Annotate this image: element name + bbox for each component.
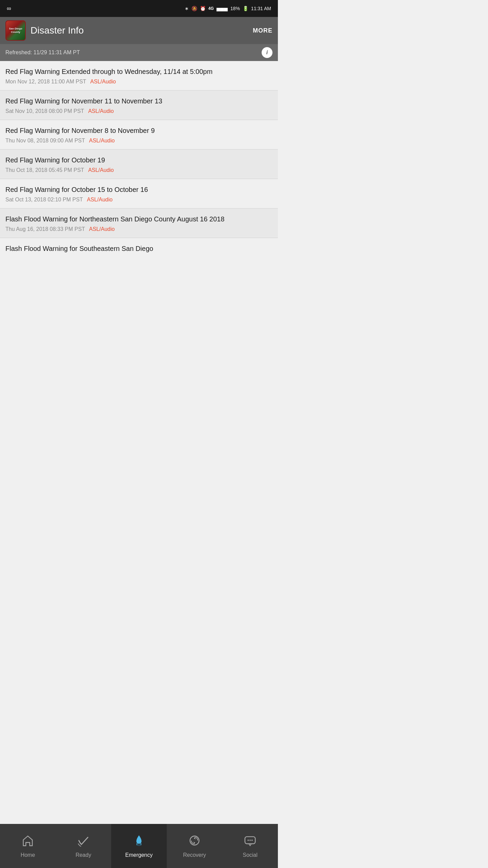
list-item[interactable]: Flash Flood Warning for Northeastern San… <box>0 209 278 238</box>
item-meta: Thu Aug 16, 2018 08:33 PM PST ASL/Audio <box>5 226 272 232</box>
item-asl[interactable]: ASL/Audio <box>90 79 116 85</box>
item-title: Red Flag Warning for November 11 to Nove… <box>5 97 272 105</box>
signal-icon: ▅▅▅ <box>217 6 228 11</box>
item-date: Thu Aug 16, 2018 08:33 PM PST <box>5 226 85 232</box>
mute-icon: 🔕 <box>191 6 197 11</box>
item-asl[interactable]: ASL/Audio <box>87 197 113 203</box>
voicemail-indicator: ∞ <box>7 5 12 12</box>
item-asl[interactable]: ASL/Audio <box>89 138 115 144</box>
item-title: Red Flag Warning for November 8 to Novem… <box>5 126 272 135</box>
network-type: 4G <box>208 6 214 11</box>
clock: 11:31 AM <box>251 6 271 11</box>
item-date: Thu Oct 18, 2018 05:45 PM PST <box>5 167 84 173</box>
bottom-spacer <box>0 256 278 300</box>
item-title: Red Flag Warning for October 15 to Octob… <box>5 185 272 194</box>
list-item[interactable]: Red Flag Warning Extended through to Wed… <box>0 61 278 91</box>
item-asl[interactable]: ASL/Audio <box>89 226 115 232</box>
item-title: Flash Flood Warning for Southeastern San… <box>5 244 272 253</box>
item-meta: Thu Oct 18, 2018 05:45 PM PST ASL/Audio <box>5 167 272 173</box>
alarm-icon: ⏰ <box>200 6 206 11</box>
battery-level: 18% <box>230 6 240 11</box>
app-title: Disaster Info <box>30 25 253 36</box>
more-button[interactable]: MORE <box>253 27 272 34</box>
status-bar: ∞ ∗ 🔕 ⏰ 4G ▅▅▅ 18% 🔋 11:31 AM <box>0 0 278 17</box>
list-item[interactable]: Red Flag Warning for November 11 to Nove… <box>0 91 278 120</box>
item-asl[interactable]: ASL/Audio <box>88 108 114 114</box>
list-item[interactable]: Red Flag Warning for November 8 to Novem… <box>0 120 278 150</box>
info-button[interactable]: i <box>262 47 272 58</box>
item-title: Flash Flood Warning for Northeastern San… <box>5 215 272 223</box>
item-meta: Sat Oct 13, 2018 02:10 PM PST ASL/Audio <box>5 197 272 203</box>
item-date: Sat Oct 13, 2018 02:10 PM PST <box>5 197 83 203</box>
item-date: Thu Nov 08, 2018 09:00 AM PST <box>5 138 85 144</box>
item-date: Sat Nov 10, 2018 08:00 PM PST <box>5 108 84 114</box>
app-header: San DiegoCounty Disaster Info MORE <box>0 17 278 44</box>
item-meta: Thu Nov 08, 2018 09:00 AM PST ASL/Audio <box>5 138 272 144</box>
status-icons: ∗ 🔕 ⏰ 4G ▅▅▅ 18% 🔋 11:31 AM <box>185 6 271 11</box>
list-item[interactable]: Red Flag Warning for October 15 to Octob… <box>0 179 278 209</box>
item-title: Red Flag Warning Extended through to Wed… <box>5 67 272 76</box>
item-title: Red Flag Warning for October 19 <box>5 156 272 164</box>
battery-icon: 🔋 <box>243 6 248 11</box>
list-item-partial[interactable]: Flash Flood Warning for Southeastern San… <box>0 238 278 256</box>
item-meta: Mon Nov 12, 2018 11:00 AM PST ASL/Audio <box>5 79 272 85</box>
item-meta: Sat Nov 10, 2018 08:00 PM PST ASL/Audio <box>5 108 272 114</box>
item-date: Mon Nov 12, 2018 11:00 AM PST <box>5 79 86 85</box>
bluetooth-icon: ∗ <box>185 6 189 11</box>
refresh-text: Refreshed: 11/29 11:31 AM PT <box>5 50 80 56</box>
item-asl[interactable]: ASL/Audio <box>88 167 114 173</box>
app-logo: San DiegoCounty <box>5 20 26 41</box>
list-item[interactable]: Red Flag Warning for October 19 Thu Oct … <box>0 150 278 179</box>
content-list: Red Flag Warning Extended through to Wed… <box>0 61 278 256</box>
refresh-bar: Refreshed: 11/29 11:31 AM PT i <box>0 44 278 61</box>
